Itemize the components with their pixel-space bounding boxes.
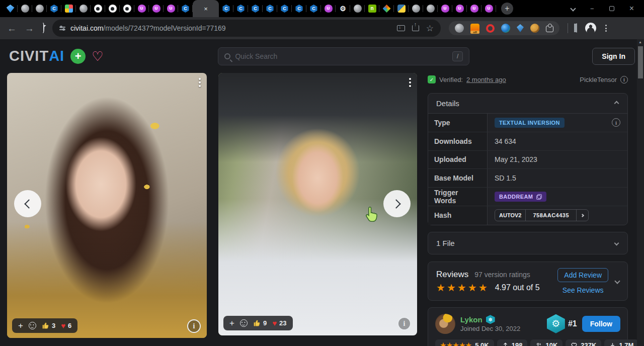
add-reaction-button[interactable]: + bbox=[229, 320, 234, 327]
tab-nvidia[interactable]: n bbox=[365, 0, 379, 17]
image-menu-button[interactable] bbox=[199, 78, 201, 87]
creator-avatar[interactable] bbox=[435, 314, 455, 334]
bookmark-star-icon[interactable]: ☆ bbox=[426, 23, 434, 34]
tab-civitai[interactable]: C bbox=[248, 0, 263, 17]
address-bar[interactable]: civitai.com/models/72437?modelVersionId=… bbox=[52, 20, 441, 37]
tab-civitai[interactable]: C bbox=[277, 0, 292, 17]
image-info-button[interactable]: i bbox=[187, 319, 201, 333]
tab-globe[interactable] bbox=[76, 0, 91, 17]
close-button[interactable]: × bbox=[629, 4, 634, 13]
tab-ultra[interactable]: U bbox=[164, 0, 178, 17]
earth-extension-icon[interactable] bbox=[501, 24, 510, 33]
add-reaction-button[interactable]: + bbox=[18, 322, 23, 329]
profile-button[interactable] bbox=[585, 23, 596, 34]
sign-in-button[interactable]: Sign In bbox=[592, 48, 635, 65]
search-input[interactable]: Quick Search / bbox=[218, 47, 469, 65]
tab-close-icon[interactable]: × bbox=[202, 5, 210, 13]
reload-button[interactable] bbox=[42, 24, 44, 33]
tab-github[interactable] bbox=[120, 0, 134, 17]
new-tab-button[interactable]: + bbox=[501, 3, 513, 15]
site-info-icon[interactable] bbox=[59, 27, 65, 30]
copy-icon[interactable] bbox=[536, 194, 542, 200]
globe-extension-icon[interactable] bbox=[455, 24, 464, 33]
image-menu-button[interactable] bbox=[409, 78, 411, 87]
tab-civitai[interactable]: C bbox=[47, 0, 61, 17]
tab-globe[interactable] bbox=[409, 0, 423, 17]
hash-pill[interactable]: AUTOV2 758AAC4435 bbox=[495, 209, 589, 221]
creator-likes-stat[interactable]: 237K bbox=[566, 339, 601, 346]
hash-next-button[interactable] bbox=[576, 210, 588, 221]
tab-gem[interactable] bbox=[3, 0, 18, 17]
scrollbar-thumb[interactable] bbox=[638, 46, 643, 78]
creator-downloads-stat[interactable]: 1.7M bbox=[604, 339, 638, 346]
tab-ultra[interactable]: U bbox=[149, 0, 164, 17]
tab-gear[interactable]: ⚙ bbox=[336, 0, 350, 17]
tab-ultra[interactable]: U bbox=[321, 0, 336, 17]
tab-github[interactable] bbox=[105, 0, 120, 17]
tab-civitai[interactable]: C bbox=[306, 0, 321, 17]
tab-civitai[interactable]: C bbox=[263, 0, 277, 17]
puzzle-extension-icon[interactable] bbox=[546, 26, 553, 32]
type-badge[interactable]: TEXTUAL INVERSION bbox=[495, 118, 565, 128]
image-info-button[interactable]: i bbox=[397, 317, 411, 330]
tab-globe[interactable] bbox=[32, 0, 47, 17]
tab-globe[interactable] bbox=[18, 0, 32, 17]
tab-ultra[interactable]: U bbox=[438, 0, 452, 17]
carousel-next-button[interactable] bbox=[383, 190, 411, 217]
url-text[interactable]: civitai.com/models/72437?modelVersionId=… bbox=[70, 24, 226, 32]
minimize-button[interactable]: − bbox=[590, 5, 594, 13]
restore-button[interactable] bbox=[609, 6, 614, 11]
tab-ultra[interactable]: U bbox=[452, 0, 467, 17]
scroll-up-arrow[interactable]: ▲ bbox=[638, 40, 642, 44]
active-tab[interactable]: × bbox=[193, 0, 219, 17]
creator-rating-stat[interactable]: ★★★★★ 5.0K bbox=[435, 339, 494, 346]
carousel-prev-button[interactable] bbox=[14, 190, 41, 217]
tab-ultra[interactable]: U bbox=[467, 0, 481, 17]
cookie-extension-icon[interactable] bbox=[530, 24, 539, 33]
forward-button[interactable]: → bbox=[25, 24, 34, 33]
details-header[interactable]: Details bbox=[428, 94, 627, 113]
creator-followers-stat[interactable]: 10K bbox=[530, 339, 562, 346]
civitai-logo[interactable]: CIVITAI bbox=[9, 48, 64, 64]
creator-name-link[interactable]: Lykon bbox=[460, 315, 482, 324]
support-heart-icon[interactable]: ♡ bbox=[92, 50, 103, 63]
page-scrollbar[interactable]: ▲ bbox=[637, 39, 644, 346]
back-button[interactable]: ← bbox=[7, 24, 17, 33]
browser-menu-button[interactable] bbox=[604, 24, 608, 33]
type-info-icon[interactable]: i bbox=[612, 118, 620, 127]
like-reaction[interactable]: 3 bbox=[42, 322, 55, 329]
see-reviews-link[interactable]: See Reviews bbox=[562, 286, 604, 294]
tab-github[interactable] bbox=[91, 0, 105, 17]
add-review-button[interactable]: Add Review bbox=[557, 268, 608, 282]
heart-reaction[interactable]: ♥ 23 bbox=[272, 319, 286, 327]
tab-search-chevron-icon[interactable] bbox=[571, 7, 575, 11]
tab-python[interactable] bbox=[394, 0, 409, 17]
files-header[interactable]: 1 File bbox=[428, 232, 627, 254]
trigger-word-badge[interactable]: BADDREAM bbox=[495, 192, 546, 202]
off-extension-icon[interactable]: off bbox=[470, 24, 479, 33]
creator-uploads-stat[interactable]: 198 bbox=[497, 339, 528, 346]
create-button[interactable]: + bbox=[70, 49, 86, 64]
heart-reaction[interactable]: ♥ 6 bbox=[61, 322, 71, 329]
tab-civitai[interactable]: C bbox=[219, 0, 233, 17]
tab-ultra[interactable]: U bbox=[481, 0, 496, 17]
gem-extension-icon[interactable] bbox=[517, 24, 524, 32]
emoji-icon[interactable] bbox=[29, 322, 36, 329]
tab-diamond[interactable] bbox=[379, 0, 394, 17]
tab-civitai[interactable]: C bbox=[292, 0, 306, 17]
format-info-icon[interactable]: i bbox=[620, 76, 628, 83]
tab-ultra[interactable]: U bbox=[134, 0, 149, 17]
share-icon[interactable] bbox=[412, 25, 419, 31]
tab-civitai[interactable]: C bbox=[178, 0, 193, 17]
verified-time-link[interactable]: 2 months ago bbox=[466, 76, 506, 83]
side-panel-button[interactable] bbox=[576, 24, 577, 33]
tab-globe[interactable] bbox=[350, 0, 365, 17]
install-app-icon[interactable] bbox=[397, 25, 405, 31]
emoji-icon[interactable] bbox=[240, 319, 248, 327]
tab-grid[interactable] bbox=[61, 0, 76, 17]
tab-globe[interactable] bbox=[423, 0, 438, 17]
like-reaction[interactable]: 9 bbox=[253, 319, 267, 327]
tab-civitai[interactable]: C bbox=[233, 0, 248, 17]
opera-extension-icon[interactable] bbox=[486, 24, 495, 33]
follow-button[interactable]: Follow bbox=[582, 316, 620, 332]
